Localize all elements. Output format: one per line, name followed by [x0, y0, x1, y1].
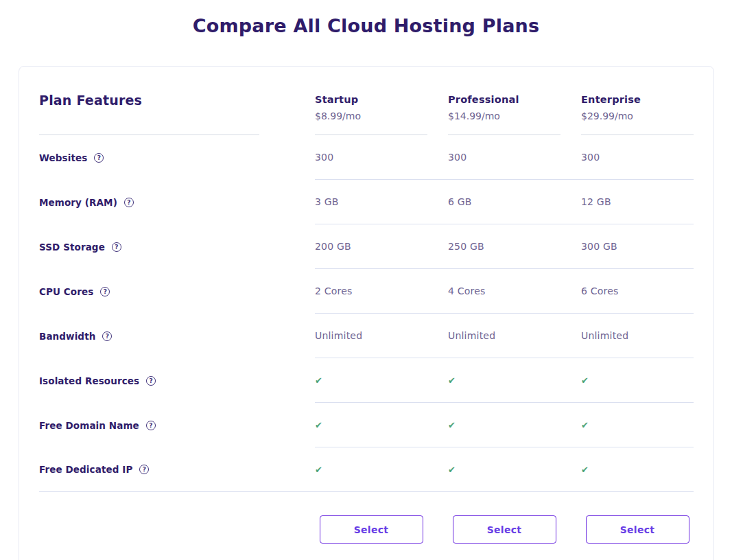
- check-icon: ✔: [448, 420, 581, 430]
- value-cell: 4 Cores: [448, 285, 581, 296]
- check-icon: ✔: [448, 375, 581, 386]
- plan-price: $29.99/mo: [581, 110, 694, 121]
- value-cell: 300: [448, 152, 581, 163]
- feature-label: CPU Cores: [39, 286, 93, 297]
- feature-label: Free Dedicated IP: [39, 464, 132, 475]
- value-cell: 2 Cores: [315, 285, 448, 296]
- check-icon: ✔: [448, 465, 581, 475]
- help-icon[interactable]: ?: [94, 153, 104, 163]
- plan-name: Professional: [448, 94, 560, 105]
- select-button-professional[interactable]: Select: [453, 515, 556, 544]
- help-icon[interactable]: ?: [112, 242, 121, 252]
- feature-label: SSD Storage: [39, 242, 105, 253]
- table-row: CPU Cores ? 2 Cores 4 Cores 6 Cores: [39, 269, 694, 314]
- feature-cell: Bandwidth ?: [39, 314, 315, 358]
- row-values: Unlimited Unlimited Unlimited: [315, 314, 694, 358]
- check-icon: ✔: [315, 420, 448, 430]
- value-cell: 200 GB: [315, 241, 448, 252]
- page-title: Compare All Cloud Hosting Plans: [0, 15, 732, 36]
- feature-cell: CPU Cores ?: [39, 269, 315, 314]
- row-values: 2 Cores 4 Cores 6 Cores: [315, 269, 694, 314]
- row-values: ✔ ✔ ✔: [315, 447, 694, 491]
- action-cell: Select: [581, 515, 694, 544]
- table-row: Memory (RAM) ? 3 GB 6 GB 12 GB: [39, 180, 694, 224]
- plan-name: Startup: [315, 94, 427, 105]
- plans-comparison-card: Plan Features Startup $8.99/mo Professio…: [19, 66, 714, 560]
- select-button-enterprise[interactable]: Select: [586, 515, 689, 544]
- feature-cell: SSD Storage ?: [39, 224, 315, 269]
- value-cell: Unlimited: [581, 330, 694, 341]
- feature-cell: Websites ?: [39, 135, 315, 180]
- row-values: ✔ ✔ ✔: [315, 403, 694, 447]
- select-button-startup[interactable]: Select: [320, 515, 423, 544]
- feature-label: Isolated Resources: [39, 375, 139, 386]
- value-cell: Unlimited: [448, 330, 581, 341]
- table-row: SSD Storage ? 200 GB 250 GB 300 GB: [39, 224, 694, 269]
- help-icon[interactable]: ?: [146, 376, 156, 386]
- table-row: Free Dedicated IP ? ✔ ✔ ✔: [39, 447, 694, 492]
- help-icon[interactable]: ?: [100, 287, 110, 296]
- help-icon[interactable]: ?: [124, 198, 134, 207]
- action-cell: Select: [448, 515, 581, 544]
- table-row: Isolated Resources ? ✔ ✔ ✔: [39, 358, 694, 403]
- plan-header-startup: Startup $8.99/mo: [315, 67, 448, 135]
- table-header: Plan Features Startup $8.99/mo Professio…: [39, 67, 694, 135]
- value-cell: 6 Cores: [581, 285, 694, 296]
- features-header-cell: Plan Features: [39, 67, 315, 135]
- feature-rows: Websites ? 300 300 300 Memory (RAM) ? 3 …: [39, 135, 694, 492]
- feature-label: Websites: [39, 152, 87, 163]
- value-cell: 300: [315, 152, 448, 163]
- value-cell: 3 GB: [315, 196, 448, 207]
- row-values: 3 GB 6 GB 12 GB: [315, 180, 694, 224]
- help-icon[interactable]: ?: [102, 331, 112, 341]
- value-cell: 12 GB: [581, 196, 694, 207]
- value-cell: 300 GB: [581, 241, 694, 252]
- row-values: 300 300 300: [315, 135, 694, 180]
- feature-cell: Memory (RAM) ?: [39, 180, 315, 224]
- help-icon[interactable]: ?: [139, 465, 149, 474]
- check-icon: ✔: [315, 375, 448, 386]
- feature-label: Memory (RAM): [39, 197, 117, 208]
- action-cell: Select: [315, 515, 448, 544]
- check-icon: ✔: [315, 465, 448, 475]
- row-values: ✔ ✔ ✔: [315, 358, 694, 403]
- features-heading: Plan Features: [39, 93, 315, 108]
- check-icon: ✔: [581, 465, 694, 475]
- table-row: Websites ? 300 300 300: [39, 135, 694, 180]
- check-icon: ✔: [581, 420, 694, 430]
- feature-cell: Isolated Resources ?: [39, 358, 315, 403]
- value-cell: 6 GB: [448, 196, 581, 207]
- help-icon[interactable]: ?: [146, 421, 156, 430]
- value-cell: 300: [581, 152, 694, 163]
- plan-price: $14.99/mo: [448, 110, 560, 121]
- table-row: Bandwidth ? Unlimited Unlimited Unlimite…: [39, 314, 694, 358]
- check-icon: ✔: [581, 375, 694, 386]
- plan-price: $8.99/mo: [315, 110, 427, 121]
- plan-header-enterprise: Enterprise $29.99/mo: [581, 67, 694, 135]
- feature-cell: Free Domain Name ?: [39, 403, 315, 447]
- plan-header-professional: Professional $14.99/mo: [448, 67, 581, 135]
- plan-actions: Select Select Select: [39, 515, 694, 544]
- value-cell: 250 GB: [448, 241, 581, 252]
- feature-label: Free Domain Name: [39, 420, 139, 431]
- feature-cell: Free Dedicated IP ?: [39, 447, 315, 491]
- feature-label: Bandwidth: [39, 331, 95, 342]
- value-cell: Unlimited: [315, 330, 448, 341]
- plan-name: Enterprise: [581, 94, 694, 105]
- actions-spacer: [39, 515, 315, 544]
- table-row: Free Domain Name ? ✔ ✔ ✔: [39, 403, 694, 447]
- row-values: 200 GB 250 GB 300 GB: [315, 224, 694, 269]
